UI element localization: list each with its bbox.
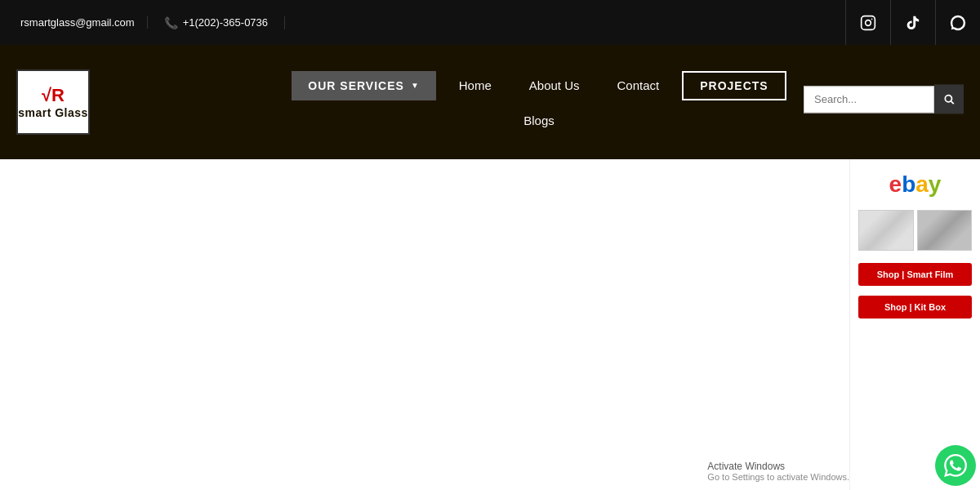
- main-content: ebay Shop | Smart Film Shop | Kit Box Ac…: [0, 159, 980, 490]
- activate-windows-notice: Activate Windows Go to Settings to activ…: [707, 461, 849, 482]
- product-thumb-2: [917, 210, 973, 251]
- instagram-icon[interactable]: [845, 0, 890, 45]
- ebay-logo: ebay: [858, 172, 972, 198]
- shop-kit-box-button[interactable]: Shop | Kit Box: [858, 296, 972, 318]
- svg-line-5: [951, 101, 954, 104]
- svg-point-1: [866, 20, 871, 25]
- whatsapp-top-icon[interactable]: [935, 0, 980, 45]
- svg-rect-0: [862, 16, 875, 29]
- content-area: [0, 159, 849, 490]
- svg-point-4: [945, 96, 951, 102]
- product-thumb-1: [858, 210, 914, 251]
- tiktok-icon[interactable]: [890, 0, 935, 45]
- phone-icon: 📞: [164, 16, 178, 29]
- projects-button[interactable]: PROJECTS: [682, 71, 786, 100]
- top-bar: rsmartglass@gmail.com 📞 +1(202)-365-0736: [0, 0, 980, 45]
- our-services-button[interactable]: OUR SERVICES ▼: [292, 71, 435, 100]
- blogs-link[interactable]: Blogs: [509, 107, 569, 134]
- phone-display: 📞 +1(202)-365-0736: [148, 16, 285, 29]
- svg-point-2: [871, 18, 873, 20]
- about-link[interactable]: About Us: [514, 72, 595, 99]
- ebay-products: [858, 210, 972, 251]
- logo-text: smart Glass: [18, 106, 88, 119]
- search-input[interactable]: [804, 86, 934, 113]
- nav-row-top: OUR SERVICES ▼ Home About Us Contact PRO…: [292, 71, 786, 100]
- social-icons: [845, 0, 980, 45]
- home-link[interactable]: Home: [444, 72, 506, 99]
- logo[interactable]: √R smart Glass: [16, 69, 90, 135]
- search-area: [804, 84, 964, 114]
- sidebar: ebay Shop | Smart Film Shop | Kit Box: [849, 159, 980, 490]
- email-display: rsmartglass@gmail.com: [8, 16, 148, 29]
- logo-vr: √R: [42, 85, 65, 106]
- search-button[interactable]: [934, 84, 964, 114]
- chevron-down-icon: ▼: [411, 81, 420, 90]
- contact-link[interactable]: Contact: [603, 72, 675, 99]
- nav-bar: √R smart Glass OUR SERVICES ▼ Home About…: [0, 45, 980, 159]
- shop-smart-film-button[interactable]: Shop | Smart Film: [858, 263, 972, 286]
- nav-row-bottom: Blogs: [509, 107, 569, 134]
- whatsapp-floating-button[interactable]: [935, 445, 976, 486]
